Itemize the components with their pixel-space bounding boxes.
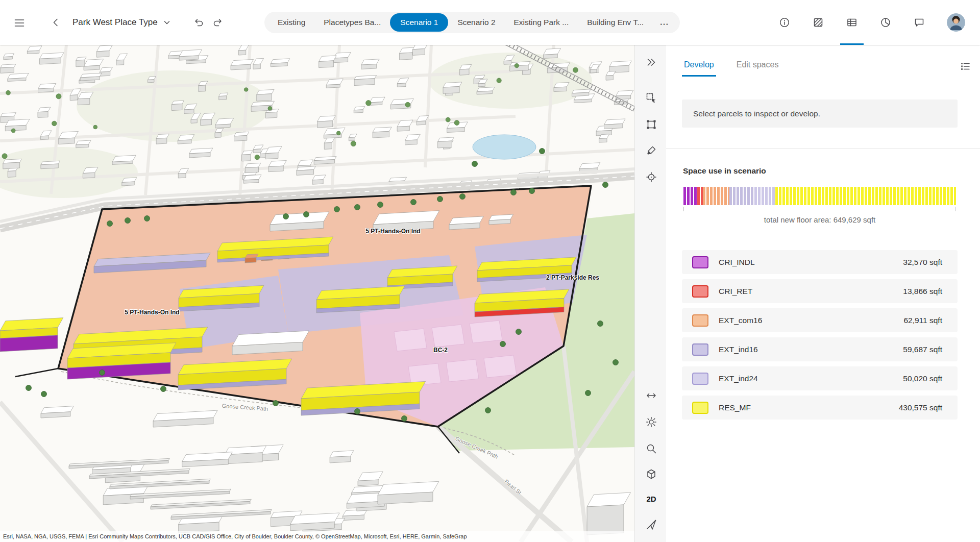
space-use-bar-segment-CRI_RET xyxy=(697,187,703,205)
space-use-row-RES_MF[interactable]: RES_MF430,575 sqft xyxy=(682,396,958,420)
measure-icon[interactable] xyxy=(644,388,658,403)
space-use-swatch xyxy=(692,256,708,268)
space-use-row-CRI_INDL[interactable]: CRI_INDL32,570 sqft xyxy=(682,250,958,274)
orientation-arrow-icon[interactable] xyxy=(644,518,658,532)
space-use-swatch xyxy=(692,314,708,327)
tab-edit-spaces[interactable]: Edit spaces xyxy=(734,56,781,77)
space-use-name: CRI_INDL xyxy=(719,258,755,267)
back-button[interactable] xyxy=(50,16,62,29)
tab-building-env[interactable]: Building Env T... xyxy=(578,12,653,33)
space-use-name: EXT_com16 xyxy=(719,316,762,325)
map-canvas xyxy=(0,45,634,542)
more-tabs-button[interactable]: ... xyxy=(653,17,676,28)
zoom-area-icon[interactable] xyxy=(644,441,658,456)
hamburger-menu-icon[interactable] xyxy=(13,17,26,29)
box-select-icon[interactable] xyxy=(644,117,658,132)
scenario-tab-bar: Existing Placetypes Ba... Scenario 1 Sce… xyxy=(264,12,680,33)
space-use-value: 62,911 sqft xyxy=(903,316,942,325)
focus-crosshair-icon[interactable] xyxy=(644,170,658,184)
panel-divider xyxy=(666,148,980,149)
redo-button[interactable] xyxy=(211,16,224,29)
map-attribution: Esri, NASA, NGA, USGS, FEMA | Esri Commu… xyxy=(0,531,634,542)
info-icon[interactable] xyxy=(778,0,791,45)
space-use-row-EXT_ind24[interactable]: EXT_ind2450,020 sqft xyxy=(682,366,958,390)
map-tool-strip: 2D xyxy=(634,45,667,542)
shadow-cast-icon[interactable] xyxy=(644,467,658,481)
select-parcel-icon[interactable] xyxy=(644,91,658,105)
space-use-bar-segment-EXT_ind24 xyxy=(754,187,775,205)
space-use-swatch xyxy=(692,402,708,414)
pie-chart-icon[interactable] xyxy=(879,0,892,45)
tab-existing[interactable]: Existing xyxy=(268,12,314,33)
space-use-bar-segment-CRI_INDL xyxy=(683,187,697,205)
space-use-swatch xyxy=(692,285,708,298)
paint-parcel-icon[interactable] xyxy=(644,143,658,158)
space-use-swatch xyxy=(692,343,708,356)
page-title: Park West Place Type xyxy=(72,17,158,28)
undo-button[interactable] xyxy=(193,16,205,29)
legend-list-icon[interactable] xyxy=(958,59,972,73)
chevron-down-icon xyxy=(163,18,171,27)
space-use-row-CRI_RET[interactable]: CRI_RET13,866 sqft xyxy=(682,279,958,303)
zoning-hatch-icon[interactable] xyxy=(812,0,824,45)
space-use-stacked-bar xyxy=(683,187,956,205)
daylight-sun-icon[interactable] xyxy=(644,415,658,429)
panel-tab-bar: Develop Edit spaces xyxy=(682,56,780,77)
space-use-name: EXT_ind16 xyxy=(719,345,758,354)
tab-scenario-1[interactable]: Scenario 1 xyxy=(390,13,448,32)
space-use-row-EXT_com16[interactable]: EXT_com1662,911 sqft xyxy=(682,308,958,332)
map-3d-view[interactable]: 5 PT-Hands-On Ind 2 PT-Parkside Res 5 PT… xyxy=(0,45,634,542)
data-table-icon[interactable] xyxy=(846,0,858,45)
space-use-bar-segment-EXT_ind16 xyxy=(729,187,754,205)
space-use-swatch xyxy=(692,373,708,385)
space-use-value: 13,866 sqft xyxy=(903,287,942,296)
map-decoration xyxy=(0,45,634,542)
select-parcels-message: Select parcels to inspect or develop. xyxy=(682,100,958,128)
tab-develop[interactable]: Develop xyxy=(682,56,716,77)
space-use-value: 32,570 sqft xyxy=(903,258,942,267)
tab-existing-park[interactable]: Existing Park ... xyxy=(505,12,578,33)
space-use-value: 430,575 sqft xyxy=(899,403,942,412)
space-use-section-title: Space use in scenario xyxy=(683,166,766,176)
space-use-value: 59,687 sqft xyxy=(903,345,942,354)
user-avatar[interactable] xyxy=(947,13,965,32)
space-use-name: CRI_RET xyxy=(719,287,752,296)
space-use-name: EXT_ind24 xyxy=(719,374,758,383)
develop-panel: Develop Edit spaces Select parcels to in… xyxy=(666,45,980,542)
top-right-toolbar xyxy=(778,0,965,45)
total-floor-area-label: total new floor area: 649,629 sqft xyxy=(683,215,956,224)
2d-mode-toggle[interactable]: 2D xyxy=(644,491,658,506)
space-use-bar-segment-EXT_com16 xyxy=(703,187,729,205)
space-use-legend: CRI_INDL32,570 sqftCRI_RET13,866 sqftEXT… xyxy=(682,250,958,425)
comment-icon[interactable] xyxy=(913,0,925,45)
tab-scenario-2[interactable]: Scenario 2 xyxy=(448,12,504,33)
space-use-name: RES_MF xyxy=(719,403,751,412)
space-use-bar-segment-RES_MF xyxy=(775,187,956,205)
top-bar: Park West Place Type Existing Placetypes… xyxy=(0,0,980,45)
space-use-value: 50,020 sqft xyxy=(903,374,942,383)
space-use-row-EXT_ind16[interactable]: EXT_ind1659,687 sqft xyxy=(682,337,958,361)
tab-placetypes-baseline[interactable]: Placetypes Ba... xyxy=(314,12,390,33)
plan-title-dropdown[interactable]: Park West Place Type xyxy=(72,0,171,45)
collapse-panel-icon[interactable] xyxy=(644,55,658,69)
bar-axis-ticks xyxy=(683,207,956,211)
